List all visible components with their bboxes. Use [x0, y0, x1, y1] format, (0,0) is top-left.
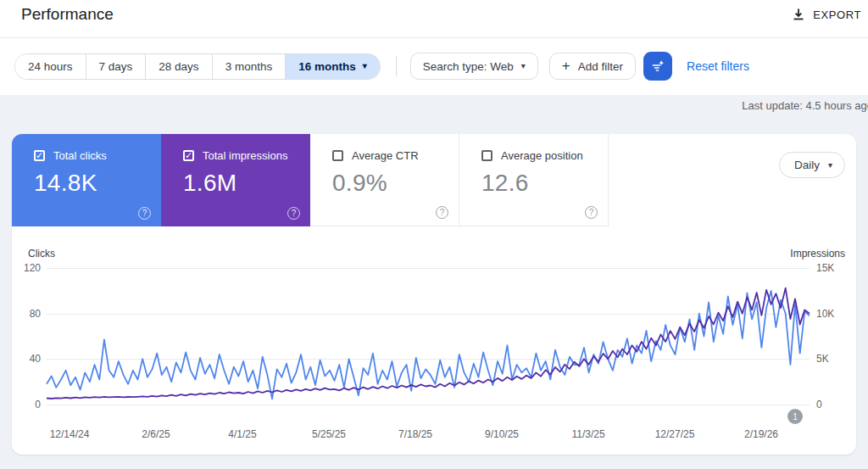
line-chart: Clicks Impressions 12015K8010K405K00 12/… — [12, 226, 856, 455]
left-axis-title: Clicks — [28, 248, 55, 260]
tile-value: 12.6 — [481, 170, 608, 197]
help-icon[interactable]: ? — [585, 206, 598, 219]
x-axis-labels: 12/14/242/6/254/1/255/25/257/18/259/10/2… — [12, 428, 856, 442]
left-axis-tick: 80 — [12, 308, 41, 320]
right-axis-tick: 0 — [816, 399, 822, 410]
range-28-days[interactable]: 28 days — [146, 54, 212, 79]
right-axis-tick: 10K — [816, 308, 834, 320]
page-title: Performance — [21, 5, 114, 24]
filter-bar: 24 hours 7 days 28 days 3 months 16 mont… — [14, 52, 749, 81]
tile-label: Average CTR — [352, 149, 419, 162]
help-icon[interactable]: ? — [436, 206, 448, 219]
date-range-group: 24 hours 7 days 28 days 3 months 16 mont… — [14, 53, 381, 80]
pagination-badge[interactable]: 1 — [787, 409, 803, 424]
chevron-down-icon: ▾ — [521, 62, 526, 70]
header-divider — [0, 37, 868, 38]
checkbox-checked-icon[interactable]: ✓ — [183, 150, 194, 161]
x-axis-label: 4/1/25 — [204, 428, 281, 440]
reset-filters-link[interactable]: Reset filters — [687, 59, 749, 73]
plus-icon: + — [562, 58, 570, 75]
gridline — [47, 405, 810, 405]
x-axis-label: 11/3/25 — [550, 428, 626, 440]
tune-sparkle-icon — [650, 59, 665, 74]
x-axis-label: 2/19/26 — [723, 428, 799, 440]
performance-card: ✓ Total clicks 14.8K ? ✓ Total impressio… — [12, 134, 856, 455]
chart-plot[interactable] — [47, 268, 810, 405]
checkbox-unchecked-icon[interactable]: ✓ — [481, 150, 492, 161]
tile-total-impressions[interactable]: ✓ Total impressions 1.6M ? — [161, 134, 310, 226]
left-axis-tick: 0 — [12, 399, 41, 410]
granularity-dropdown[interactable]: Daily ▾ — [779, 152, 845, 178]
x-axis-label: 12/27/25 — [637, 428, 713, 440]
tile-value: 14.8K — [34, 170, 161, 197]
tile-label: Total impressions — [203, 149, 287, 162]
last-update-status: Last update: 4.5 hours ago — [742, 99, 868, 112]
add-filter-chip[interactable]: + Add filter — [549, 53, 636, 80]
checkbox-unchecked-icon[interactable]: ✓ — [332, 150, 343, 161]
export-button[interactable]: EXPORT — [790, 4, 863, 25]
chevron-down-icon: ▾ — [363, 62, 367, 70]
x-axis-label: 7/18/25 — [377, 428, 453, 440]
left-axis-tick: 40 — [12, 353, 41, 365]
range-3-months[interactable]: 3 months — [213, 54, 287, 79]
chevron-down-icon: ▾ — [828, 161, 832, 170]
tile-label: Total clicks — [53, 149, 107, 162]
filter-settings-button[interactable] — [643, 52, 672, 81]
x-axis-label: 5/25/25 — [291, 428, 367, 440]
left-axis-tick: 120 — [12, 262, 41, 274]
tile-value: 1.6M — [183, 170, 310, 197]
range-7-days[interactable]: 7 days — [86, 54, 147, 79]
help-icon[interactable]: ? — [287, 207, 300, 220]
header-band — [0, 0, 868, 95]
right-axis-tick: 15K — [816, 262, 834, 274]
right-axis-title: Impressions — [790, 248, 845, 260]
tile-average-ctr[interactable]: ✓ Average CTR 0.9% ? — [310, 134, 459, 226]
help-icon[interactable]: ? — [138, 207, 151, 220]
export-label: EXPORT — [813, 8, 861, 21]
x-axis-label: 2/6/25 — [118, 428, 194, 440]
tile-label: Average position — [501, 149, 583, 162]
tile-value: 0.9% — [332, 170, 459, 197]
search-type-chip[interactable]: Search type: Web ▾ — [410, 53, 538, 80]
metric-tiles: ✓ Total clicks 14.8K ? ✓ Total impressio… — [12, 134, 609, 226]
range-24-hours[interactable]: 24 hours — [15, 54, 86, 79]
x-axis-label: 9/10/25 — [464, 428, 540, 440]
range-16-months[interactable]: 16 months ▾ — [286, 54, 380, 79]
series-clicks — [47, 291, 810, 399]
tile-total-clicks[interactable]: ✓ Total clicks 14.8K ? — [12, 134, 161, 226]
download-icon — [792, 8, 805, 21]
x-axis-label: 12/14/24 — [31, 428, 108, 440]
tile-average-position[interactable]: ✓ Average position 12.6 ? — [459, 134, 609, 226]
divider — [396, 56, 397, 76]
right-axis-tick: 5K — [816, 353, 829, 365]
checkbox-checked-icon[interactable]: ✓ — [34, 150, 45, 161]
